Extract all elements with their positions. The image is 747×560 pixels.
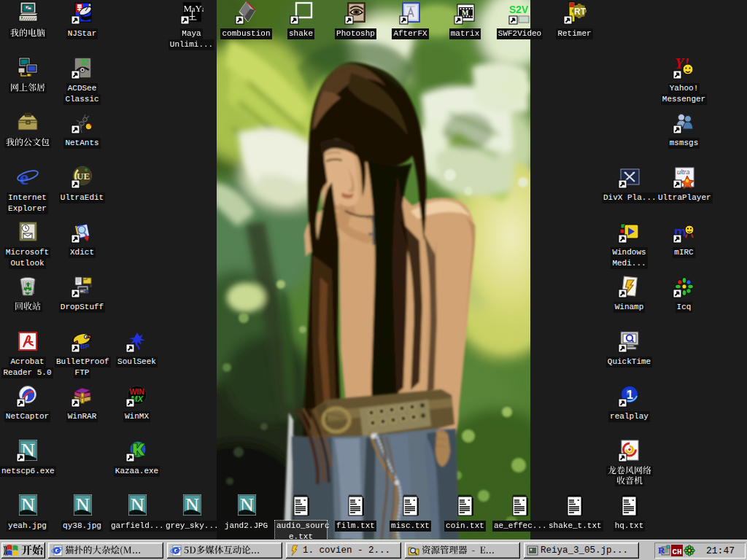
svg-text:32: 32	[80, 58, 89, 66]
svg-text:M: M	[462, 9, 469, 17]
svg-text:ultra: ultra	[677, 168, 690, 176]
svg-text:MaYa: MaYa	[183, 3, 204, 14]
svg-text:CH: CH	[673, 548, 682, 556]
svg-text:R: R	[658, 545, 665, 556]
svg-text:e: e	[20, 166, 28, 189]
svg-text:RT: RT	[574, 7, 587, 17]
svg-text:S2V: S2V	[509, 4, 529, 15]
svg-text:BP: BP	[80, 343, 90, 350]
